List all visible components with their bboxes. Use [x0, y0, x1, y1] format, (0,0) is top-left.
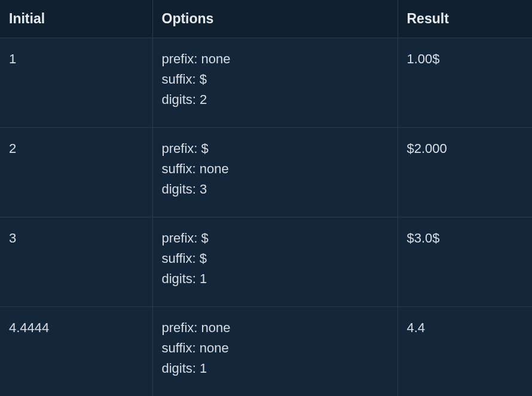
option-prefix: prefix: $ — [162, 139, 389, 159]
option-digits: digits: 1 — [162, 269, 389, 289]
option-suffix: suffix: $ — [162, 69, 389, 90]
header-result: Result — [398, 0, 532, 38]
cell-result: $2.000 — [398, 128, 532, 217]
option-digits: digits: 3 — [162, 179, 389, 199]
cell-options: prefix: none suffix: $ digits: 2 — [152, 38, 398, 128]
table-row: 2 prefix: $ suffix: none digits: 3 $2.00… — [0, 128, 532, 217]
cell-initial: 4.4444 — [0, 307, 152, 397]
table-row: 1 prefix: none suffix: $ digits: 2 1.00$ — [0, 38, 532, 128]
cell-options: prefix: none suffix: none digits: 1 — [152, 307, 398, 397]
option-suffix: suffix: $ — [162, 248, 389, 269]
table-row: 4.4444 prefix: none suffix: none digits:… — [0, 307, 532, 397]
option-digits: digits: 2 — [162, 90, 389, 110]
cell-result: $3.0$ — [398, 217, 532, 307]
header-initial: Initial — [0, 0, 152, 38]
cell-initial: 2 — [0, 128, 152, 217]
cell-result: 1.00$ — [398, 38, 532, 128]
option-prefix: prefix: $ — [162, 228, 389, 248]
table-row: 3 prefix: $ suffix: $ digits: 1 $3.0$ — [0, 217, 532, 307]
option-prefix: prefix: none — [162, 49, 389, 69]
cell-initial: 1 — [0, 38, 152, 128]
header-options: Options — [152, 0, 398, 38]
option-suffix: suffix: none — [162, 338, 389, 358]
cell-options: prefix: $ suffix: none digits: 3 — [152, 128, 398, 217]
cell-initial: 3 — [0, 217, 152, 307]
table-header-row: Initial Options Result — [0, 0, 532, 38]
cell-result: 4.4 — [398, 307, 532, 397]
option-prefix: prefix: none — [162, 318, 389, 338]
formatting-examples-table: Initial Options Result 1 prefix: none su… — [0, 0, 532, 396]
option-digits: digits: 1 — [162, 358, 389, 379]
cell-options: prefix: $ suffix: $ digits: 1 — [152, 217, 398, 307]
option-suffix: suffix: none — [162, 159, 389, 179]
